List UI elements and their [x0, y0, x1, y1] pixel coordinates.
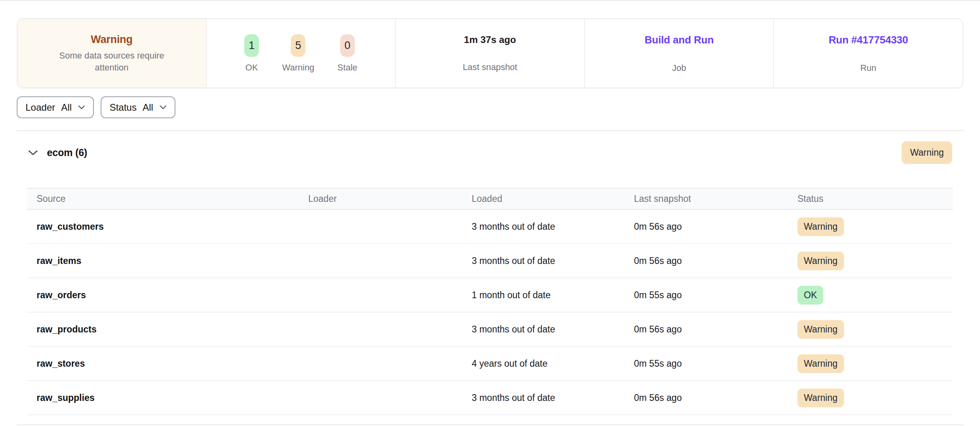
status-cell: Warning: [797, 389, 953, 407]
last-snapshot-cell: 0m 55s ago: [634, 358, 797, 369]
table-row[interactable]: raw_stores 4 years out of date 0m 55s ag…: [27, 347, 953, 381]
column-header-loader: Loader: [308, 193, 472, 204]
loaded-cell: 4 years out of date: [472, 358, 634, 369]
stat-stale: 0 Stale: [337, 34, 357, 73]
stat-ok: 1 OK: [244, 34, 259, 73]
loaded-cell: 3 months out of date: [472, 393, 634, 403]
loader-filter-name: Loader: [25, 102, 55, 113]
status-badge: Warning: [797, 354, 844, 373]
job-link[interactable]: Build and Run: [645, 34, 714, 46]
last-snapshot-label: Last snapshot: [463, 62, 517, 72]
loaded-cell: 3 months out of date: [472, 221, 634, 232]
status-filter-value: All: [142, 102, 153, 113]
filter-bar: Loader All Status All: [17, 96, 963, 118]
overall-status-subtitle: Some data sources require attention: [43, 50, 180, 73]
table-row[interactable]: raw_orders 1 month out of date 0m 55s ag…: [27, 278, 953, 313]
source-name: raw_supplies: [37, 393, 308, 403]
group-title: ecom (6): [47, 147, 87, 158]
pipeline-summary-card: Warning Some data sources require attent…: [17, 18, 963, 88]
column-header-loaded: Loaded: [472, 193, 634, 204]
column-header-source: Source: [37, 193, 308, 204]
sources-table: Source Loader Loaded Last snapshot Statu…: [27, 188, 953, 415]
overall-status-card: Warning Some data sources require attent…: [18, 19, 206, 88]
status-cell: OK: [797, 286, 953, 305]
last-snapshot-value: 1m 37s ago: [464, 34, 516, 45]
job-card: Build and Run Job: [584, 19, 774, 88]
status-cell: Warning: [797, 354, 953, 373]
table-row[interactable]: raw_products 3 months out of date 0m 56s…: [27, 313, 953, 347]
status-badge: Warning: [797, 217, 844, 236]
last-snapshot-cell: 0m 56s ago: [634, 324, 797, 335]
next-section-divider: [17, 424, 963, 425]
source-name: raw_items: [37, 256, 308, 266]
status-counts-card: 1 OK 5 Warning 0 Stale: [206, 19, 395, 88]
loaded-cell: 3 months out of date: [472, 324, 634, 335]
table-header-row: Source Loader Loaded Last snapshot Statu…: [27, 188, 953, 210]
status-cell: Warning: [797, 252, 953, 270]
source-name: raw_products: [37, 324, 308, 335]
run-card: Run #417754330 Run: [773, 19, 962, 88]
stale-count-label: Stale: [337, 63, 357, 73]
table-row[interactable]: raw_items 3 months out of date 0m 56s ag…: [27, 244, 953, 278]
last-snapshot-cell: 0m 56s ago: [634, 393, 797, 403]
source-name: raw_orders: [37, 290, 308, 301]
job-label: Job: [672, 63, 686, 73]
last-snapshot-cell: 0m 55s ago: [634, 290, 797, 301]
chevron-down-icon: [78, 105, 85, 109]
column-header-last-snapshot: Last snapshot: [634, 193, 797, 204]
ok-count-label: OK: [245, 63, 258, 73]
source-name: raw_stores: [37, 358, 308, 369]
last-snapshot-cell: 0m 56s ago: [634, 221, 797, 232]
loaded-cell: 3 months out of date: [472, 256, 634, 266]
warning-count-label: Warning: [282, 63, 314, 73]
column-header-status: Status: [797, 193, 953, 204]
status-cell: Warning: [797, 320, 953, 339]
status-filter-dropdown[interactable]: Status All: [101, 96, 175, 118]
overall-status-title: Warning: [91, 33, 132, 46]
source-status-page: Warning Some data sources require attent…: [17, 18, 963, 425]
stale-count-badge: 0: [340, 34, 355, 57]
chevron-down-icon: [159, 105, 167, 109]
group-status-badge: Warning: [902, 141, 952, 164]
status-badge: Warning: [797, 389, 844, 407]
section-divider: [17, 130, 963, 131]
chevron-down-icon[interactable]: [28, 150, 38, 156]
table-row[interactable]: raw_customers 3 months out of date 0m 56…: [27, 210, 953, 244]
loader-filter-value: All: [61, 102, 72, 113]
loaded-cell: 1 month out of date: [472, 290, 634, 301]
table-row[interactable]: raw_supplies 3 months out of date 0m 56s…: [27, 381, 953, 415]
last-snapshot-cell: 0m 56s ago: [634, 256, 797, 266]
status-badge: Warning: [797, 320, 844, 339]
ok-count-badge: 1: [244, 34, 259, 57]
run-label: Run: [860, 63, 876, 73]
status-filter-name: Status: [109, 102, 136, 113]
source-name: raw_customers: [37, 221, 308, 232]
loader-filter-dropdown[interactable]: Loader All: [17, 96, 94, 118]
warning-count-badge: 5: [291, 34, 305, 57]
status-badge: OK: [797, 286, 823, 305]
last-snapshot-card: 1m 37s ago Last snapshot: [395, 19, 584, 88]
status-cell: Warning: [797, 217, 953, 236]
status-badge: Warning: [797, 252, 844, 270]
run-link[interactable]: Run #417754330: [828, 34, 908, 46]
stat-warning: 5 Warning: [282, 34, 314, 73]
group-header-ecom[interactable]: ecom (6) Warning: [17, 141, 963, 164]
